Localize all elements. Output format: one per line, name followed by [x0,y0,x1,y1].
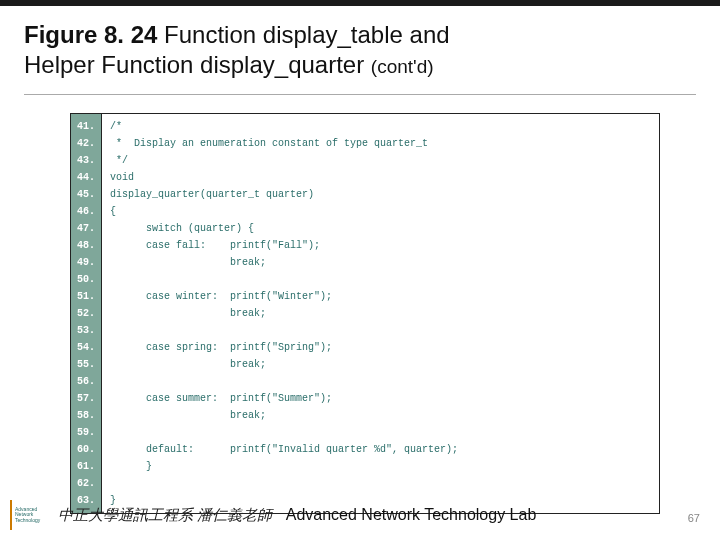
code-line: break; [110,407,649,424]
figure-label: Figure 8. 24 [24,21,157,48]
line-number: 45. [77,186,95,203]
line-number: 56. [77,373,95,390]
code-line: * Display an enumeration constant of typ… [110,135,649,152]
code-line [110,373,649,390]
code-line: */ [110,152,649,169]
line-number: 42. [77,135,95,152]
line-number: 51. [77,288,95,305]
slide-footer: Advanced Network Technology 中正大學通訊工程系 潘仁… [0,500,720,530]
code-line: /* [110,118,649,135]
line-number: 55. [77,356,95,373]
line-number: 62. [77,475,95,492]
code-line: default: printf("Invalid quarter %d", qu… [110,441,649,458]
code-line [110,322,649,339]
line-number: 41. [77,118,95,135]
code-line: { [110,203,649,220]
code-body: /* * Display an enumeration constant of … [102,114,659,513]
code-line: display_quarter(quarter_t quarter) [110,186,649,203]
line-number: 46. [77,203,95,220]
line-number: 43. [77,152,95,169]
code-line: switch (quarter) { [110,220,649,237]
code-line: case winter: printf("Winter"); [110,288,649,305]
code-line: break; [110,356,649,373]
line-number: 58. [77,407,95,424]
line-number: 50. [77,271,95,288]
line-number: 47. [77,220,95,237]
lab-logo: Advanced Network Technology [10,500,54,530]
line-number: 59. [77,424,95,441]
code-line [110,424,649,441]
line-number: 52. [77,305,95,322]
line-number: 53. [77,322,95,339]
title-line-2: Helper Function display_quarter [24,51,371,78]
line-number: 44. [77,169,95,186]
code-line: void [110,169,649,186]
line-number: 54. [77,339,95,356]
slide-title: Figure 8. 24 Function display_table and … [0,6,720,88]
code-line: case summer: printf("Summer"); [110,390,649,407]
line-number-gutter: 41.42.43.44.45.46.47.48.49.50.51.52.53.5… [71,114,102,513]
code-line: case fall: printf("Fall"); [110,237,649,254]
line-number: 48. [77,237,95,254]
code-line: } [110,458,649,475]
code-line: case spring: printf("Spring"); [110,339,649,356]
logo-line: Technology [15,518,54,524]
title-cont: (cont'd) [371,56,434,77]
title-divider [24,94,696,95]
line-number: 57. [77,390,95,407]
line-number: 61. [77,458,95,475]
code-line: break; [110,305,649,322]
lab-name: Advanced Network Technology Lab [286,506,537,524]
department-text: 中正大學通訊工程系 潘仁義老師 [58,506,272,525]
code-listing: 41.42.43.44.45.46.47.48.49.50.51.52.53.5… [70,113,660,514]
line-number: 60. [77,441,95,458]
code-line [110,271,649,288]
code-line: break; [110,254,649,271]
code-line [110,475,649,492]
page-number: 67 [688,512,700,524]
title-rest-1: Function display_table and [157,21,449,48]
line-number: 49. [77,254,95,271]
